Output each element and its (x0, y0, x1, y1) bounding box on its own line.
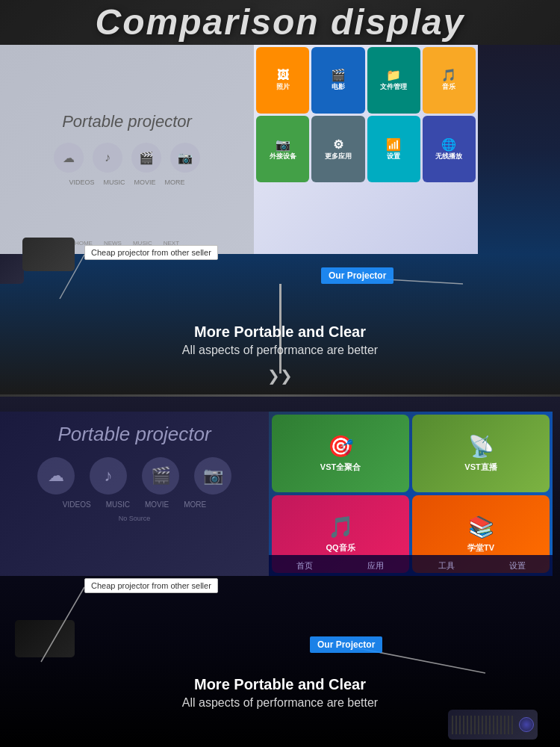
bottom-icon-2: ♪ (90, 457, 127, 495)
cheap-label-box-bottom: Cheap projector from other seller (84, 578, 218, 593)
our-proj-vent (452, 716, 513, 734)
cheap-label-bottom: Cheap projector from other seller (84, 578, 218, 593)
our-projector-device-bottom (448, 710, 538, 740)
top-caption-main: More Portable and Clear (0, 323, 560, 341)
bottom-icon-1: ☁ (37, 457, 75, 495)
bottom-proj-container: Portable projector ☁ ♪ 🎬 📷 VIDEOS MUSIC … (0, 404, 560, 583)
page-container: Comparison display Portable projector ☁ … (0, 0, 560, 747)
top-comparison-section: Portable projector ☁ ♪ 🎬 📷 VIDEOS MUSIC … (0, 45, 560, 395)
our-proj-body (0, 254, 24, 284)
bottom-proj-left-title: Portable projector (57, 423, 211, 446)
header-banner: Comparison display (0, 0, 560, 45)
bottom-app-vst-all: 🎯 VST全聚合 (272, 415, 409, 492)
our-proj-lens (519, 717, 534, 732)
cheap-label-top: Cheap projector from other seller (84, 245, 218, 260)
proj-icon-3: 🎬 (131, 143, 161, 173)
cheap-label-box-top: Cheap projector from other seller (84, 245, 218, 260)
page-title: Comparison display (96, 1, 465, 43)
bottom-caption-sub: All aspects of performance are better (0, 696, 560, 710)
top-projection-screen: Portable projector ☁ ♪ 🎬 📷 VIDEOS MUSIC … (0, 45, 478, 254)
proj-icon-row: ☁ ♪ 🎬 📷 (54, 143, 200, 173)
bottom-caption-main: More Portable and Clear (0, 676, 560, 693)
chevron-down-icon: ❯❯ (267, 368, 293, 383)
app-tile-1: 🖼照片 (256, 47, 309, 114)
bottom-icon-3: 🎬 (142, 457, 179, 495)
app-tile-7: 📶设置 (367, 116, 420, 182)
top-caption: More Portable and Clear All aspects of p… (0, 323, 560, 357)
top-caption-sub: All aspects of performance are better (0, 344, 560, 357)
cheap-projector-device-top (22, 238, 75, 271)
bottom-icons-row: ☁ ♪ 🎬 📷 (37, 457, 231, 495)
bottom-caption: More Portable and Clear All aspects of p… (0, 676, 560, 710)
our-label-top: Our Projector (321, 267, 393, 284)
no-source-label: No Source (119, 515, 151, 522)
bottom-icon-4: 📷 (194, 457, 231, 495)
our-label-box-bottom: Our Projector (310, 636, 382, 653)
bottom-our-projection: □ 08:01 🎯 VST全聚合 📡 VST直播 🎵 QQ音乐 📚 (269, 412, 553, 576)
app-tile-6: ⚙更多应用 (311, 116, 364, 182)
proj-icon-1: ☁ (54, 143, 84, 173)
app-tile-3: 📁文件管理 (367, 47, 420, 114)
cheap-proj-body (22, 238, 75, 271)
our-label-bottom: Our Projector (310, 636, 382, 653)
bottom-comparison-section: Portable projector ☁ ♪ 🎬 📷 VIDEOS MUSIC … (0, 397, 560, 747)
app-tile-5: 📷外接设备 (256, 116, 309, 182)
cheap-projector-device-bottom (15, 620, 75, 657)
proj-left-title: Portable projector (62, 112, 192, 131)
proj-icon-2: ♪ (93, 143, 122, 173)
our-label-box-top: Our Projector (321, 267, 393, 284)
app-tile-4: 🎵音乐 (423, 47, 476, 114)
bottom-cheap-projection: Portable projector ☁ ♪ 🎬 📷 VIDEOS MUSIC … (0, 412, 269, 576)
our-proj-body-bottom (448, 710, 538, 740)
cheap-proj-body-bottom (15, 620, 75, 657)
our-projection-display: 🖼照片 🎬电影 📁文件管理 🎵音乐 📷外接设备 ⚙更多应用 📶设置 🌐无线播放 (254, 45, 478, 254)
app-tile-8: 🌐无线播放 (423, 116, 476, 182)
bottom-app-vst-live: 📡 VST直播 (412, 415, 550, 492)
bottom-nav-bar: 首页 应用 工具 设置 (269, 555, 553, 576)
proj-labels: VIDEOS MUSIC MOVIE MORE (69, 179, 184, 186)
proj-icon-4: 📷 (170, 143, 200, 173)
app-tile-2: 🎬电影 (311, 47, 364, 114)
bottom-icon-labels: VIDEOS MUSIC MOVIE MORE (63, 500, 206, 509)
cheap-projection-display: Portable projector ☁ ♪ 🎬 📷 VIDEOS MUSIC … (0, 45, 254, 254)
